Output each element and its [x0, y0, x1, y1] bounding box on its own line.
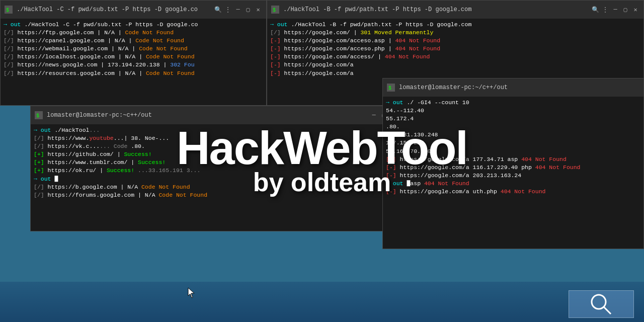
term-line: [-] https://google.com/a 203.213.163.24	[386, 172, 640, 180]
close-btn-1[interactable]: ✕	[254, 6, 262, 14]
term-line: [-] https://google.com/a	[270, 61, 640, 69]
term-line: [-] https://google.com/a 116.17.229.40 p…	[386, 164, 640, 172]
term-line: [/] https://news.google.com | 173.194.22…	[4, 61, 263, 69]
term-line: → out ./HackTool -C -f pwd/sub.txt -P ht…	[4, 21, 263, 29]
term-line: 55.172.4	[386, 115, 640, 123]
titlebar-3[interactable]: $ lomaster@lomaster-pc:~c++/out ─ ▢ ✕	[31, 106, 402, 124]
term-line: [/] https://vk.c...... Code .80.	[34, 142, 399, 150]
term-line: [/] https://localhost.google.com | N/A |…	[4, 53, 263, 61]
term-line: [-] https://google.com/acceso.php | 404 …	[270, 45, 640, 53]
terminal-title-1: ./HackTool -C -f pwd/sub.txt -P https -D…	[17, 6, 210, 13]
terminal-icon-3: $	[35, 111, 43, 119]
term-line: 147.154.223	[386, 139, 640, 147]
menu-btn-2[interactable]: ⋮	[601, 6, 609, 14]
menu-btn-1[interactable]: ⋮	[224, 6, 232, 14]
term-line: 54.--112.40	[386, 107, 640, 115]
terminal-title-4: lomaster@lomaster-pc:~/c++/out	[399, 84, 639, 91]
term-line: → out ./HackTool...	[34, 126, 399, 134]
search-btn-2[interactable]: 🔍	[591, 6, 599, 14]
term-line: → out █asp 404 Not Found	[386, 180, 640, 188]
terminal-title-3: lomaster@lomaster-pc:~c++/out	[47, 112, 366, 119]
window-controls-1[interactable]: 🔍 ⋮ ─ ▢ ✕	[214, 6, 262, 14]
titlebar-1[interactable]: $ ./HackTool -C -f pwd/sub.txt -P https …	[1, 1, 266, 19]
titlebar-2[interactable]: $ ./HackTool -B -f pwd/path.txt -P https…	[267, 1, 643, 19]
term-line: [-] https://google.com/a uth.php 404 Not…	[386, 188, 640, 196]
term-line: [/] https://b.google.com | N/A Code Not …	[34, 183, 399, 191]
svg-text:$: $	[6, 8, 9, 13]
svg-text:$: $	[273, 8, 276, 13]
titlebar-4[interactable]: $ lomaster@lomaster-pc:~/c++/out	[383, 78, 643, 97]
terminal-body-1: → out ./HackTool -C -f pwd/sub.txt -P ht…	[1, 19, 266, 105]
term-line: [/] https://resources.google.com | N/A |…	[4, 69, 263, 77]
term-line: → out ./ -GI4 --count 10	[386, 99, 640, 107]
terminal-window-1: $ ./HackTool -C -f pwd/sub.txt -P https …	[0, 0, 267, 106]
term-line: [/] https://webmail.google.com | N/A | C…	[4, 45, 263, 53]
minimize-btn-1[interactable]: ─	[234, 6, 242, 14]
terminal-icon-1: $	[5, 6, 13, 14]
term-line: [/] https://google.com/ | 301 Moved Perm…	[270, 29, 640, 37]
term-line: 251.231.130.248	[386, 131, 640, 139]
term-line: [+] https://github.com/ | Success!	[34, 150, 399, 158]
term-line: [-] https://google.com/a 177.34.71 asp 4…	[386, 155, 640, 164]
search-box[interactable]	[569, 290, 634, 318]
svg-text:$: $	[36, 113, 39, 119]
taskbar	[0, 282, 644, 322]
term-line: [+] https://www.tumblr.com/ | Success!	[34, 158, 399, 167]
term-line: → out █	[34, 175, 399, 183]
svg-point-8	[592, 295, 606, 309]
svg-line-9	[604, 307, 611, 314]
term-line: [/] https://forums.google.com | N/A Code…	[34, 191, 399, 199]
term-line: → out ./HackTool -B -f pwd/path.txt -P h…	[270, 21, 640, 29]
term-line: [+] https://ok.ru/ | Success! ...33.165.…	[34, 167, 399, 175]
term-line: [-] https://google.com/a	[270, 69, 640, 77]
maximize-btn-1[interactable]: ▢	[244, 6, 252, 14]
search-btn-1[interactable]: 🔍	[214, 6, 222, 14]
maximize-btn-2[interactable]: ▢	[621, 6, 629, 14]
minimize-btn-2[interactable]: ─	[611, 6, 619, 14]
term-line: [/] https://ftp.google.com | N/A | Code …	[4, 29, 263, 37]
terminal-title-2: ./HackTool -B -f pwd/path.txt -P https -…	[283, 6, 587, 13]
term-line: [/] https://cpanel.google.com | N/A | Co…	[4, 37, 263, 45]
search-icon	[589, 292, 614, 317]
terminal-body-4: → out ./ -GI4 --count 10 54.--112.40 55.…	[383, 97, 643, 249]
term-line: 55.161.70.220	[386, 147, 640, 155]
close-btn-2[interactable]: ✕	[631, 6, 639, 14]
terminal-window-4: $ lomaster@lomaster-pc:~/c++/out → out .…	[382, 78, 644, 249]
terminal-icon-4: $	[387, 84, 395, 92]
terminal-icon-2: $	[271, 6, 279, 14]
terminal-window-3: $ lomaster@lomaster-pc:~c++/out ─ ▢ ✕ → …	[30, 106, 403, 231]
term-line: [-] https://google.com/acceso.asp | 404 …	[270, 37, 640, 45]
svg-text:$: $	[388, 86, 391, 91]
term-line: [/] https://www.youtube...| 38. Noe-...	[34, 134, 399, 142]
window-controls-2[interactable]: 🔍 ⋮ ─ ▢ ✕	[591, 6, 639, 14]
minimize-btn-3[interactable]: ─	[370, 111, 378, 119]
terminal-body-3: → out ./HackTool... [/] https://www.yout…	[31, 124, 402, 231]
term-line: .80.	[386, 123, 640, 131]
term-line: [-] https://google.com/access/ | 404 Not…	[270, 53, 640, 61]
